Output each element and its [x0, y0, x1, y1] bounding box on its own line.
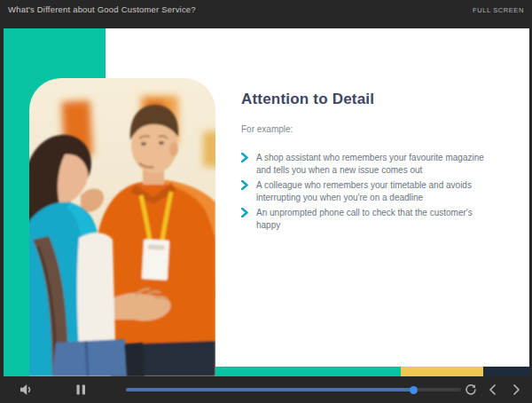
chevron-bullet-icon — [241, 180, 248, 190]
replay-button[interactable] — [465, 383, 477, 396]
bottom-accent-strip — [215, 367, 529, 376]
fullscreen-button[interactable]: FULL SCREEN — [473, 4, 524, 14]
slide-content: Attention to Detail For example: A shop … — [241, 91, 498, 234]
seekbar[interactable] — [126, 376, 461, 403]
seekbar-thumb[interactable] — [410, 386, 418, 394]
chevron-bullet-icon — [241, 208, 248, 217]
slide-photo — [29, 78, 215, 376]
previous-button[interactable] — [489, 384, 497, 396]
volume-icon — [20, 384, 33, 396]
pause-button[interactable] — [76, 384, 86, 395]
list-item: A shop assistant who remembers your favo… — [241, 152, 491, 176]
strip-yellow-segment — [401, 367, 483, 376]
top-bar: What's Different about Good Customer Ser… — [0, 0, 532, 28]
slide-heading: Attention to Detail — [241, 91, 498, 108]
bullet-text: A shop assistant who remembers your favo… — [256, 152, 491, 176]
volume-button[interactable] — [20, 384, 33, 396]
next-button[interactable] — [512, 384, 520, 396]
chevron-left-icon — [489, 384, 497, 396]
strip-teal-segment — [215, 367, 401, 376]
bullet-list: A shop assistant who remembers your favo… — [241, 152, 491, 231]
strip-navy-segment — [483, 367, 529, 376]
course-title: What's Different about Good Customer Ser… — [8, 4, 196, 14]
slide: Attention to Detail For example: A shop … — [4, 28, 529, 376]
slide-intro: For example: — [241, 124, 498, 134]
player-bar — [0, 376, 532, 403]
bullet-text: A colleague who remembers your timetable… — [256, 179, 491, 203]
seekbar-fill — [126, 388, 414, 391]
photo-illustration — [29, 78, 215, 376]
chevron-bullet-icon — [241, 153, 248, 162]
list-item: A colleague who remembers your timetable… — [241, 179, 491, 203]
replay-icon — [465, 383, 477, 396]
chevron-right-icon — [512, 384, 520, 396]
course-player: What's Different about Good Customer Ser… — [0, 0, 532, 403]
pause-icon — [76, 384, 86, 395]
list-item: An unprompted phone call to check that t… — [241, 207, 491, 231]
slide-stage: Attention to Detail For example: A shop … — [0, 28, 532, 376]
bullet-text: An unprompted phone call to check that t… — [256, 207, 491, 231]
